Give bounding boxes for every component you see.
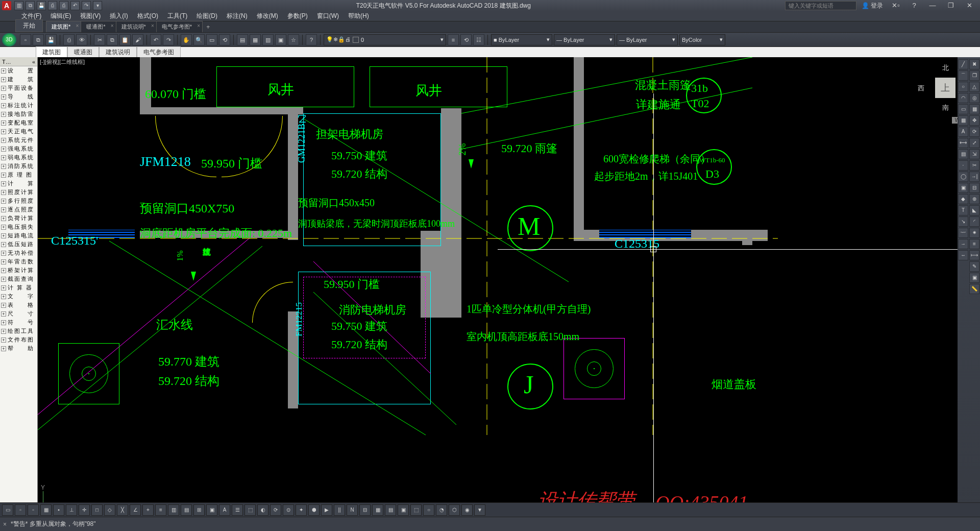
join-icon[interactable]: ⊕ xyxy=(969,194,979,204)
sb-tpy-icon[interactable]: ▥ xyxy=(168,504,179,516)
layer-states-icon[interactable]: ☷ xyxy=(473,34,484,45)
t20-item[interactable]: +计 算 器 xyxy=(0,283,37,292)
t20-item[interactable]: +导 线 xyxy=(0,92,37,101)
lineweight-combo[interactable]: — ByLayer▾ xyxy=(617,34,678,45)
trim-icon[interactable]: ✂ xyxy=(969,160,979,171)
maximize-button[interactable]: ❐ xyxy=(942,1,960,11)
sb-more5-icon[interactable]: ⊙ xyxy=(283,504,294,516)
spline-icon[interactable]: 〰 xyxy=(958,228,968,238)
qat-undo-icon[interactable]: ↶ xyxy=(70,1,80,10)
sb-qp-icon[interactable]: ▤ xyxy=(181,504,192,516)
lengthen-icon[interactable]: ⟼ xyxy=(969,250,979,260)
sb-more8-icon[interactable]: ▶ xyxy=(321,504,332,516)
t20-item[interactable]: +文件布图 xyxy=(0,335,37,344)
tb-copy-icon[interactable]: ⧉ xyxy=(107,34,118,45)
t20-item[interactable]: +文 字 xyxy=(0,292,37,301)
drawing-canvas[interactable]: [-][俯视][二维线框] xyxy=(38,57,980,517)
tb-redo-icon[interactable]: ↷ xyxy=(163,34,174,45)
expand-icon[interactable]: + xyxy=(1,233,6,238)
rect-icon[interactable]: ▭ xyxy=(958,104,968,114)
login-link[interactable]: 👤 登录 xyxy=(862,2,883,10)
vc-s[interactable]: 南 xyxy=(942,103,949,112)
tab-close-icon[interactable]: × xyxy=(76,23,79,29)
menu-window[interactable]: 窗口(W) xyxy=(313,11,343,21)
viewport-label[interactable]: [-][俯视][二维线框] xyxy=(40,58,85,66)
expand-icon[interactable]: + xyxy=(1,173,6,178)
t20-item[interactable]: +短路电流 xyxy=(0,231,37,240)
chamfer-icon[interactable]: ◣ xyxy=(969,205,979,215)
sb-more4-icon[interactable]: ⟳ xyxy=(270,504,281,516)
tab-add-button[interactable]: + xyxy=(202,22,214,32)
tab-close-icon[interactable]: × xyxy=(151,23,154,29)
tb-cut-icon[interactable]: ✂ xyxy=(94,34,105,45)
expand-icon[interactable]: + xyxy=(1,68,6,74)
t20-header[interactable]: T…« xyxy=(0,57,37,66)
expand-icon[interactable]: + xyxy=(1,268,6,273)
color-combo[interactable]: ■ ByLayer▾ xyxy=(491,34,552,45)
expand-icon[interactable]: + xyxy=(1,164,6,169)
tb-props-icon[interactable]: ▤ xyxy=(237,34,248,45)
menu-tools[interactable]: 工具(T) xyxy=(163,11,191,21)
tb-help-icon[interactable]: ? xyxy=(306,34,317,45)
stretch-icon[interactable]: ⇲ xyxy=(969,149,979,159)
t20-item[interactable]: +平面设备 xyxy=(0,84,37,92)
expand-icon[interactable]: + xyxy=(1,285,6,291)
expand-icon[interactable]: + xyxy=(1,311,6,317)
table-icon[interactable]: ▤ xyxy=(958,149,968,159)
tab-file-0[interactable]: 建筑图*× xyxy=(46,21,81,32)
expand-icon[interactable]: + xyxy=(1,225,6,230)
t20-item[interactable]: +弱电系统 xyxy=(0,153,37,162)
menu-insert[interactable]: 插入(I) xyxy=(106,11,132,21)
expand-icon[interactable]: + xyxy=(1,259,6,264)
sb-more12-icon[interactable]: ▦ xyxy=(372,504,383,516)
sb-more7-icon[interactable]: ⬢ xyxy=(308,504,320,516)
qat-more-icon[interactable]: ▾ xyxy=(93,1,102,10)
tb-zoom-icon[interactable]: 🔍 xyxy=(193,34,205,45)
qat-open-icon[interactable]: ⧉ xyxy=(26,1,35,10)
copy-icon[interactable]: ❐ xyxy=(969,70,979,81)
expand-icon[interactable]: + xyxy=(1,320,6,325)
t20-item[interactable]: +截面查询 xyxy=(0,275,37,283)
help-icon[interactable]: ? xyxy=(905,1,923,11)
expand-icon[interactable]: + xyxy=(1,138,6,143)
layer-combo[interactable]: 💡❄🔒🖨 0 ▾ xyxy=(324,34,446,45)
minimize-button[interactable]: — xyxy=(924,1,941,11)
break-icon[interactable]: ⊟ xyxy=(969,183,979,193)
t20-item[interactable]: +强电系统 xyxy=(0,144,37,153)
tab-close-icon[interactable]: × xyxy=(197,23,200,29)
menu-dim[interactable]: 标注(N) xyxy=(223,11,252,21)
expand-icon[interactable]: + xyxy=(1,329,6,334)
expand-icon[interactable]: + xyxy=(1,103,6,108)
ray-icon[interactable]: → xyxy=(958,239,968,249)
sb-grid-icon[interactable]: ▦ xyxy=(40,504,52,516)
menu-draw[interactable]: 绘图(D) xyxy=(192,11,222,21)
sb-ducs-icon[interactable]: ∠ xyxy=(130,504,141,516)
t20-item[interactable]: +负荷计算 xyxy=(0,214,37,223)
t20-item[interactable]: +无功补偿 xyxy=(0,249,37,257)
app-logo[interactable]: A xyxy=(2,1,11,10)
text-icon[interactable]: A xyxy=(958,127,968,137)
sb-more10-icon[interactable]: N xyxy=(347,504,358,516)
sb-more19-icon[interactable]: ◉ xyxy=(461,504,473,516)
close-button[interactable]: ✕ xyxy=(961,1,978,11)
expand-icon[interactable]: + xyxy=(1,129,6,134)
expand-icon[interactable]: + xyxy=(1,337,6,343)
t20-item[interactable]: +电压损失 xyxy=(0,223,37,231)
tb-undo-icon[interactable]: ↶ xyxy=(150,34,161,45)
expand-icon[interactable]: + xyxy=(1,147,6,152)
t20-item[interactable]: +低压短路 xyxy=(0,240,37,249)
qat-new-icon[interactable]: ▥ xyxy=(14,1,23,10)
t20-item[interactable]: +尺 寸 xyxy=(0,309,37,318)
xline-icon[interactable]: ↔ xyxy=(958,250,968,260)
sb-more2-icon[interactable]: ⬚ xyxy=(244,504,256,516)
collapse-icon[interactable]: « xyxy=(32,59,35,65)
menu-modify[interactable]: 修改(M) xyxy=(253,11,282,21)
tb-zoomwin-icon[interactable]: ▭ xyxy=(206,34,217,45)
t20-item[interactable]: +系统元件 xyxy=(0,136,37,144)
rotate-icon[interactable]: ⟳ xyxy=(969,127,979,137)
exchange-icon[interactable]: ✕▫ xyxy=(887,1,904,11)
expand-icon[interactable]: + xyxy=(1,294,6,299)
tb-save-icon[interactable]: 💾 xyxy=(45,34,57,45)
erase-icon[interactable]: ✖ xyxy=(969,59,979,69)
array-icon[interactable]: ▦ xyxy=(969,104,979,114)
